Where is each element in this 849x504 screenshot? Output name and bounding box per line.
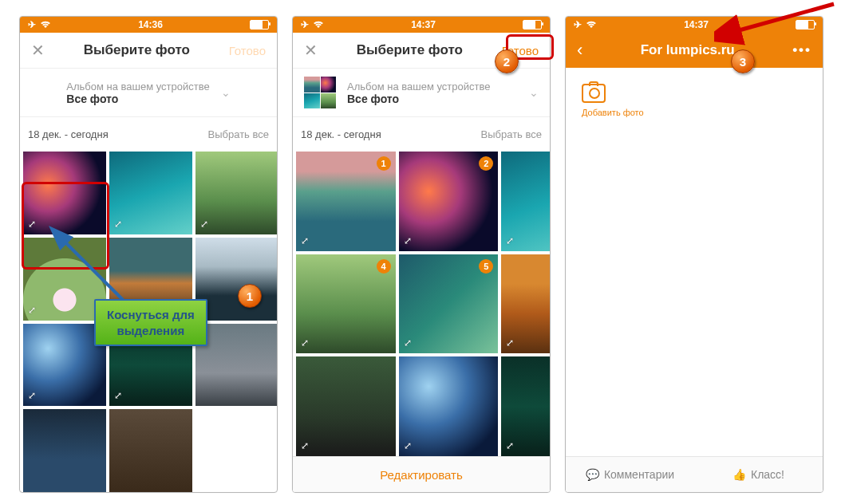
expand-icon: ⤢ xyxy=(200,219,208,230)
photo-thumb[interactable]: ⤢ xyxy=(23,152,106,234)
status-time: 14:36 xyxy=(51,19,250,30)
thumbs-up-icon: 👍 xyxy=(733,468,746,481)
wifi-icon xyxy=(40,20,51,31)
photo-thumb[interactable] xyxy=(109,409,192,492)
nav-title: Выберите фото xyxy=(45,42,229,58)
expand-icon: ⤢ xyxy=(114,390,122,401)
album-selector[interactable]: Альбом на вашем устройстве Все фото ⌄ xyxy=(20,69,277,117)
expand-icon: ⤢ xyxy=(28,305,36,316)
annotation-callout: Коснуться для выделения xyxy=(94,299,207,346)
selection-badge: 5 xyxy=(479,259,493,274)
date-row: 18 дек. - сегодня Выбрать все xyxy=(20,117,277,152)
nav-title: For lumpics.ru xyxy=(582,42,792,58)
edit-button[interactable]: Редактировать xyxy=(293,456,550,492)
photo-thumb[interactable]: ⤢2 xyxy=(399,152,499,251)
photo-thumb[interactable]: ⤢ xyxy=(399,356,499,456)
class-button[interactable]: 👍Класс! xyxy=(694,468,823,481)
photo-thumb[interactable]: ⤢5 xyxy=(399,254,499,354)
photo-thumb[interactable]: ⤢ xyxy=(296,356,396,456)
photo-grid: ⤢1 ⤢2 ⤢3 ⤢4 ⤢5 ⤢6 ⤢ ⤢ ⤢ xyxy=(293,152,550,456)
photo-thumb[interactable] xyxy=(23,409,106,492)
status-bar: ✈ 14:37 xyxy=(566,17,823,33)
annotation-marker-3: 3 xyxy=(731,49,755,73)
comments-button[interactable]: 💬Комментарии xyxy=(566,468,694,481)
expand-icon: ⤢ xyxy=(506,337,514,348)
expand-icon: ⤢ xyxy=(506,440,514,451)
battery-icon xyxy=(796,20,815,30)
status-time: 14:37 xyxy=(597,19,796,30)
album-name: Все фото xyxy=(347,93,490,105)
done-button[interactable]: Готово xyxy=(229,44,266,57)
expand-icon: ⤢ xyxy=(506,235,514,246)
nav-bar: ✕ Выберите фото Готово xyxy=(20,33,277,69)
add-photo-button[interactable]: Добавить фото xyxy=(566,68,823,133)
wifi-icon xyxy=(313,20,324,31)
photo-thumb[interactable]: ⤢ xyxy=(195,238,278,321)
close-icon[interactable]: ✕ xyxy=(31,41,45,60)
expand-icon: ⤢ xyxy=(404,337,412,348)
annotation-marker-1: 1 xyxy=(238,284,262,308)
selection-badge: 1 xyxy=(377,156,391,171)
battery-icon xyxy=(250,20,269,30)
chevron-down-icon: ⌄ xyxy=(221,86,231,99)
close-icon[interactable]: ✕ xyxy=(304,41,318,60)
phone-3: ✈ 14:37 ‹ For lumpics.ru ••• Добавить фо… xyxy=(565,16,823,493)
date-range: 18 дек. - сегодня xyxy=(301,128,381,140)
status-bar: ✈ 14:37 xyxy=(293,17,550,33)
album-hint: Альбом на вашем устройстве xyxy=(66,81,209,93)
expand-icon: ⤢ xyxy=(301,337,309,348)
more-icon[interactable]: ••• xyxy=(792,42,811,58)
status-bar: ✈ 14:36 xyxy=(20,17,277,33)
add-photo-label: Добавить фото xyxy=(582,108,644,117)
annotation-marker-2: 2 xyxy=(495,49,519,73)
select-all[interactable]: Выбрать все xyxy=(481,128,542,140)
airplane-icon: ✈ xyxy=(574,19,582,30)
photo-thumb[interactable]: ⤢ xyxy=(501,356,550,456)
photo-thumb[interactable]: ⤢6 xyxy=(501,254,550,354)
date-range: 18 дек. - сегодня xyxy=(28,128,109,140)
status-time: 14:37 xyxy=(324,19,523,30)
expand-icon: ⤢ xyxy=(28,219,36,230)
select-all[interactable]: Выбрать все xyxy=(208,128,269,140)
photo-thumb[interactable]: ⤢3 xyxy=(501,152,550,251)
album-thumb xyxy=(304,77,336,108)
expand-icon: ⤢ xyxy=(404,440,412,451)
nav-title: Выберите фото xyxy=(318,42,502,58)
photo-thumb[interactable] xyxy=(195,324,278,407)
album-hint: Альбом на вашем устройстве xyxy=(347,81,490,93)
comment-icon: 💬 xyxy=(586,468,599,481)
photo-thumb[interactable]: ⤢1 xyxy=(296,152,396,251)
bottom-actions: 💬Комментарии 👍Класс! xyxy=(566,456,823,492)
photo-thumb[interactable]: ⤢ xyxy=(109,152,192,234)
expand-icon: ⤢ xyxy=(301,235,309,246)
date-row: 18 дек. - сегодня Выбрать все xyxy=(293,117,550,152)
airplane-icon: ✈ xyxy=(28,19,36,30)
chevron-down-icon: ⌄ xyxy=(529,86,539,99)
photo-thumb[interactable]: ⤢ xyxy=(195,152,278,234)
expand-icon: ⤢ xyxy=(28,390,36,401)
airplane-icon: ✈ xyxy=(301,19,309,30)
phone-1: ✈ 14:36 ✕ Выберите фото Готово Альбом на… xyxy=(19,16,278,493)
battery-icon xyxy=(523,20,542,30)
nav-bar: ‹ For lumpics.ru ••• xyxy=(566,33,823,68)
selection-badge: 4 xyxy=(377,259,391,274)
expand-icon: ⤢ xyxy=(114,219,122,230)
camera-icon xyxy=(582,84,606,103)
expand-icon: ⤢ xyxy=(404,235,412,246)
expand-icon: ⤢ xyxy=(301,440,309,451)
back-icon[interactable]: ‹ xyxy=(577,40,582,61)
photo-thumb[interactable]: ⤢4 xyxy=(296,254,396,354)
phone-2: ✈ 14:37 ✕ Выберите фото Готово Альбом на… xyxy=(292,16,551,493)
album-name: Все фото xyxy=(66,93,209,105)
wifi-icon xyxy=(586,20,597,31)
album-selector[interactable]: Альбом на вашем устройстве Все фото ⌄ xyxy=(293,69,550,117)
